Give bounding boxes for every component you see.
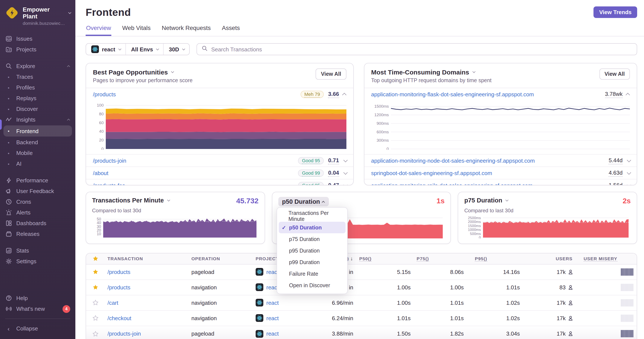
transaction-link[interactable]: /checkout [108,315,131,322]
table-row[interactable]: /products-join pageload react 3.88/min 1… [86,326,637,339]
transaction-link[interactable]: /cart [108,300,118,306]
score-badge[interactable]: Meh 79 [304,92,320,98]
star-toggle[interactable] [92,285,98,291]
sidebar-item-discover[interactable]: •Discover [0,104,75,114]
domain-link[interactable]: springboot-dot-sales-engineering-sf.apps… [371,170,492,176]
time-spent-value[interactable]: 3.78wk [605,91,622,98]
expand-row-icon[interactable] [343,183,348,186]
sidebar-item-replays[interactable]: •Replays [0,93,75,104]
sidebar-item-help[interactable]: Help [0,293,75,304]
score-badge[interactable]: Good 95 [302,158,320,164]
sidebar-item-releases[interactable]: Releases [0,229,75,239]
star-toggle[interactable] [92,331,98,337]
page-link[interactable]: /products-fes [93,182,125,186]
project-link[interactable]: react [266,331,279,337]
sidebar-item-stats[interactable]: Stats [0,245,75,256]
opportunity-score[interactable]: 0.47 [328,182,339,186]
page-link[interactable]: /products [93,91,116,98]
domain-link[interactable]: application-monitoring-rails-dot-sales-e… [371,182,532,186]
tab-web-vitals[interactable]: Web Vitals [122,24,151,36]
collapse-row-icon[interactable] [342,93,346,97]
score-badge[interactable]: Good 95 [302,183,320,186]
sidebar-item-settings[interactable]: Settings [0,256,75,267]
col-header-user-misery[interactable]: USER MISERY [576,256,637,261]
search-input[interactable] [211,46,632,53]
metric-title[interactable]: Transactions Per Minute [92,197,164,204]
score-badge[interactable]: Good 99 [302,171,320,177]
menu-item-open-in-discover[interactable]: Open in Discover [279,280,346,291]
transaction-link[interactable]: /products [108,269,130,275]
menu-item-p99-duration[interactable]: p99 Duration [279,256,346,268]
opportunity-score[interactable]: 0.04 [328,169,339,177]
sidebar-item-profiles[interactable]: •Profiles [0,82,75,93]
time-spent-value[interactable]: 5.44d [609,157,622,164]
page-link[interactable]: /about [93,170,108,176]
metric-title[interactable]: p75 Duration [464,197,502,204]
project-link[interactable]: react [266,315,279,322]
project-link[interactable]: react [266,300,279,306]
sidebar-item-issues[interactable]: Issues [0,33,75,44]
expand-row-icon[interactable] [343,158,348,162]
menu-item-transactions-per-minute[interactable]: Transactions Per Minute [279,210,346,222]
table-row[interactable]: /cart navigation react 6.96/min 1.00s 1.… [86,295,637,311]
menu-item-p75-duration[interactable]: p75 Duration [279,233,346,245]
time-spent-value[interactable]: 1.56d [609,182,622,186]
domain-link[interactable]: application-monitoring-node-dot-sales-en… [371,158,535,164]
col-header-p75[interactable]: P75() [414,256,467,261]
col-header-transaction[interactable]: TRANSACTION [105,256,189,261]
table-row[interactable]: /checkout navigation react 6.24/min 1.01… [86,311,637,326]
table-row[interactable]: /products navigation react in 1.00s 1.00… [86,280,637,295]
star-header-icon[interactable] [92,256,98,262]
project-filter[interactable]: react [86,44,126,55]
col-header-operation[interactable]: OPERATION [189,256,253,261]
sidebar-item-crons[interactable]: Crons [0,196,75,207]
sidebar-item-whats-new[interactable]: What's new 4 [0,304,75,314]
tab-overview[interactable]: Overview [86,24,112,36]
sidebar-item-backend[interactable]: •Backend [0,137,75,148]
period-filter[interactable]: 30D [163,44,190,55]
collapse-row-icon[interactable] [626,93,630,97]
menu-item-p50-duration[interactable]: ✓p50 Duration [279,222,346,233]
col-header-p50[interactable]: P50() [357,256,414,261]
menu-item-failure-rate[interactable]: Failure Rate [279,268,346,280]
sidebar-item-mobile[interactable]: •Mobile [0,148,75,158]
expand-row-icon[interactable] [627,158,631,162]
org-switcher[interactable]: Empower Plant dominik.buszowiec… [0,0,75,30]
sidebar-item-alerts[interactable]: Alerts [0,207,75,218]
search-transactions[interactable] [196,43,637,55]
star-toggle[interactable] [92,269,98,275]
p50-metric-selector[interactable]: p50 Duration [278,197,329,207]
view-all-button[interactable]: View All [599,69,630,80]
menu-item-p95-duration[interactable]: p95 Duration [279,245,346,256]
time-spent-value[interactable]: 4.63d [609,169,622,177]
tab-assets[interactable]: Assets [222,24,240,36]
transaction-link[interactable]: /products-join [108,331,141,337]
sidebar-item-explore[interactable]: Explore [0,61,75,71]
view-all-button[interactable]: View All [316,69,346,80]
panel-title[interactable]: Most Time-Consuming Domains [371,69,469,76]
col-header-p95[interactable]: P95() [467,256,523,261]
tab-network-requests[interactable]: Network Requests [162,24,211,36]
table-row[interactable]: /products pageload react in 5.15s 8.06s … [86,265,637,280]
sidebar-item-frontend-selected[interactable]: •Frontend [4,125,72,137]
opportunity-score[interactable]: 3.66 [328,91,339,98]
sidebar-item-dashboards[interactable]: Dashboards [0,218,75,229]
sidebar-collapse-button[interactable]: ‹ Collapse [0,323,75,334]
col-header-users[interactable]: USERS [523,256,576,261]
star-toggle[interactable] [92,300,98,306]
sidebar-item-projects[interactable]: Projects [0,44,75,55]
sidebar-item-insights[interactable]: Insights [0,114,75,125]
star-toggle[interactable] [92,315,98,321]
env-filter[interactable]: All Envs [126,44,163,55]
expand-row-icon[interactable] [627,170,631,175]
panel-title[interactable]: Best Page Opportunities [93,69,168,76]
opportunity-score[interactable]: 0.71 [328,157,339,164]
sidebar-item-performance[interactable]: Performance [0,175,75,186]
sidebar-item-traces[interactable]: •Traces [0,71,75,82]
sidebar-item-ai[interactable]: •AI [0,158,75,169]
domain-link[interactable]: application-monitoring-flask-dot-sales-e… [371,91,534,98]
view-trends-button[interactable]: View Trends [594,6,637,18]
sidebar-item-user-feedback[interactable]: User Feedback [0,186,75,196]
transaction-link[interactable]: /products [108,284,130,291]
page-link[interactable]: /products-join [93,158,126,164]
